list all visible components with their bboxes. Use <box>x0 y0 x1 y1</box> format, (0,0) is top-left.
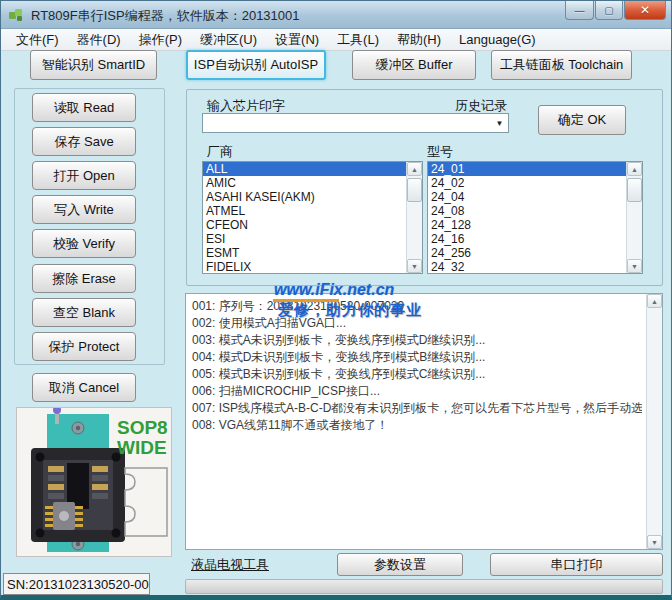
log-line: 005: 模式B未识别到板卡，变换线序到模式C继续识别... <box>192 366 642 383</box>
sop8-adapter-graphic: SOP8 WIDE <box>17 408 171 556</box>
window-title: RT809F串行ISP编程器，软件版本：20131001 <box>31 7 300 25</box>
menu-tools[interactable]: 工具(L) <box>328 28 388 52</box>
menu-device[interactable]: 器件(D) <box>68 28 130 52</box>
erase-button[interactable]: 擦除 Erase <box>32 264 136 293</box>
log-line: 006: 扫描MICROCHIP_ICSP接口... <box>192 383 642 400</box>
manufacturer-item[interactable]: ESI <box>203 232 406 246</box>
scroll-down-icon[interactable]: ▼ <box>627 259 642 273</box>
window-controls: — ▢ ✕ <box>564 1 666 20</box>
chip-input-combobox[interactable]: ▼ <box>202 113 509 133</box>
smart-id-button[interactable]: 智能识别 SmartID <box>30 50 157 80</box>
log-line: 008: VGA线第11脚不通或者接地了！ <box>192 417 642 434</box>
manufacturer-item[interactable]: ATMEL <box>203 204 406 218</box>
app-window: RT809F串行ISP编程器，软件版本：20131001 — ▢ ✕ 文件(F)… <box>0 0 672 600</box>
minimize-icon[interactable]: — <box>565 1 594 20</box>
log-line: 004: 模式D未识别到板卡，变换线序到模式B继续识别... <box>192 349 642 366</box>
model-label: 型号 <box>427 143 453 161</box>
manufacturer-label: 厂商 <box>207 143 233 161</box>
serial-print-button[interactable]: 串口打印 <box>490 553 663 576</box>
watermark-url: www.iFix.net.cn <box>274 281 394 299</box>
model-item[interactable]: 24_16 <box>428 232 626 246</box>
verify-button[interactable]: 校验 Verify <box>32 229 136 258</box>
manufacturer-item[interactable]: CFEON <box>203 218 406 232</box>
adapter-caption-line1: SOP8 <box>117 417 168 438</box>
model-scrollbar[interactable]: ▲ ▼ <box>626 162 642 273</box>
manufacturer-listbox[interactable]: ALL AMIC ASAHI KASEI(AKM) ATMEL CFEON ES… <box>202 161 423 274</box>
model-item[interactable]: 24_04 <box>428 190 626 204</box>
adapter-caption-line2: WIDE <box>117 437 167 458</box>
protect-button[interactable]: 保护 Protect <box>32 332 136 361</box>
scroll-down-icon[interactable]: ▼ <box>647 535 662 549</box>
auto-isp-button[interactable]: ISP自动识别 AutoISP <box>186 50 326 80</box>
scrollbar-thumb[interactable] <box>407 178 422 202</box>
manufacturer-item[interactable]: ESMT <box>203 246 406 260</box>
scroll-down-icon[interactable]: ▼ <box>407 259 422 273</box>
progress-bar <box>185 579 663 594</box>
read-button[interactable]: 读取 Read <box>32 93 136 122</box>
model-item[interactable]: 24_128 <box>428 218 626 232</box>
manufacturer-item[interactable]: FIDELIX <box>203 260 406 274</box>
model-item[interactable]: 24_01 <box>428 162 626 176</box>
param-settings-button[interactable]: 参数设置 <box>337 553 463 576</box>
menu-buffer[interactable]: 缓冲区(U) <box>191 28 266 52</box>
manufacturer-item[interactable]: ASAHI KASEI(AKM) <box>203 190 406 204</box>
write-button[interactable]: 写入 Write <box>32 195 136 224</box>
model-item[interactable]: 24_32 <box>428 260 626 274</box>
menu-help[interactable]: 帮助(H) <box>388 28 450 52</box>
toolchain-button[interactable]: 工具链面板 Toolchain <box>491 50 632 80</box>
save-button[interactable]: 保存 Save <box>32 127 136 156</box>
menu-bar: 文件(F) 器件(D) 操作(P) 缓冲区(U) 设置(N) 工具(L) 帮助(… <box>1 29 671 51</box>
sop8-adapter-image: SOP8 WIDE <box>16 407 172 557</box>
maximize-icon[interactable]: ▢ <box>595 1 623 20</box>
log-output[interactable]: 001: 序列号：20131023130520-007029 002: 使用模式… <box>185 293 663 550</box>
manufacturer-item[interactable]: ALL <box>203 162 406 176</box>
menu-settings[interactable]: 设置(N) <box>266 28 328 52</box>
log-line: 003: 模式A未识别到板卡，变换线序到模式D继续识别... <box>192 332 642 349</box>
cancel-button[interactable]: 取消 Cancel <box>32 373 136 402</box>
buffer-button[interactable]: 缓冲区 Buffer <box>352 50 476 80</box>
open-button[interactable]: 打开 Open <box>32 161 136 190</box>
manufacturer-scrollbar[interactable]: ▲ ▼ <box>406 162 422 273</box>
scrollbar-thumb[interactable] <box>627 178 642 202</box>
chip-select-panel: 输入芯片印字 历史记录 ▼ 确定 OK 厂商 型号 ALL AMIC ASAHI… <box>186 89 663 286</box>
model-item[interactable]: 24_02 <box>428 176 626 190</box>
menu-language[interactable]: Language(G) <box>450 29 545 50</box>
close-icon[interactable]: ✕ <box>624 1 666 20</box>
model-listbox[interactable]: 24_01 24_02 24_04 24_08 24_128 24_16 24_… <box>427 161 643 274</box>
scroll-up-icon[interactable]: ▲ <box>647 294 662 308</box>
chevron-down-icon[interactable]: ▼ <box>491 114 508 132</box>
model-item[interactable]: 24_08 <box>428 204 626 218</box>
scroll-up-icon[interactable]: ▲ <box>627 162 642 176</box>
ok-button[interactable]: 确定 OK <box>538 105 626 135</box>
log-line: 007: ISP线序模式A-B-C-D都没有未识别到板卡，您可以先看下芯片型号，… <box>192 400 642 417</box>
scroll-up-icon[interactable]: ▲ <box>407 162 422 176</box>
menu-operation[interactable]: 操作(P) <box>130 28 191 52</box>
log-scrollbar[interactable]: ▲ ▼ <box>646 294 662 549</box>
app-icon <box>8 7 24 23</box>
blank-button[interactable]: 查空 Blank <box>32 298 136 327</box>
title-bar: RT809F串行ISP编程器，软件版本：20131001 — ▢ ✕ <box>1 1 671 29</box>
serial-number-statusbar: SN:20131023130520-0070 <box>3 573 150 595</box>
model-item[interactable]: 24_256 <box>428 246 626 260</box>
lcd-tv-tools-button[interactable]: 液晶电视工具 <box>187 553 334 576</box>
menu-file[interactable]: 文件(F) <box>7 28 68 52</box>
watermark-slogan: 爱修，助力你的事业 <box>278 301 422 320</box>
manufacturer-item[interactable]: AMIC <box>203 176 406 190</box>
